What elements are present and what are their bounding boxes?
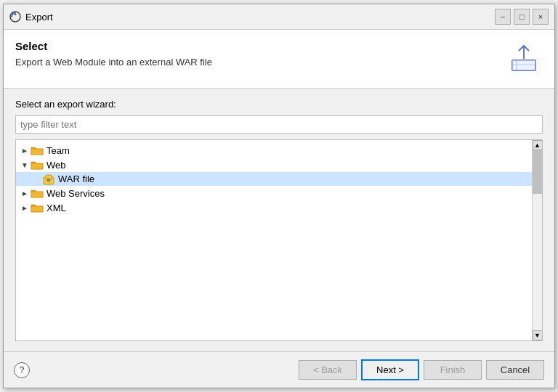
folder-icon: [31, 203, 44, 213]
close-button[interactable]: ×: [533, 9, 549, 25]
header-icon-box: [505, 40, 543, 78]
list-item[interactable]: WAR file: [16, 172, 532, 186]
maximize-button[interactable]: □: [514, 9, 530, 25]
cancel-button[interactable]: Cancel: [486, 360, 544, 380]
help-button[interactable]: ?: [14, 362, 30, 378]
wizard-label: Select an export wizard:: [15, 99, 543, 110]
item-label: Team: [46, 145, 70, 156]
filter-input[interactable]: [15, 115, 543, 134]
item-label: Web: [46, 160, 66, 171]
content-area: Select an export wizard: ► Team: [4, 89, 554, 351]
dialog-title: Export: [25, 12, 490, 23]
export-dialog: Export − □ × Select Export a Web Module …: [3, 4, 555, 388]
folder-icon: [31, 145, 44, 155]
back-button[interactable]: < Back: [299, 360, 357, 380]
item-label: WAR file: [58, 173, 94, 184]
header-section: Select Export a Web Module into an exter…: [4, 30, 554, 89]
item-label: XML: [46, 203, 66, 213]
tree-list: ► Team ▼: [16, 140, 532, 340]
header-text: Select Export a Web Module into an exter…: [15, 40, 212, 68]
export-icon: [508, 43, 540, 75]
list-item[interactable]: ► Web Services: [16, 186, 532, 200]
item-label: Web Services: [46, 188, 105, 199]
footer: ? < Back Next > Finish Cancel: [4, 352, 554, 388]
expand-icon[interactable]: ►: [19, 202, 31, 213]
scrollbar: ▲ ▼: [532, 140, 542, 340]
scroll-down-button[interactable]: ▼: [533, 330, 543, 340]
minimize-button[interactable]: −: [495, 9, 511, 25]
next-button[interactable]: Next >: [361, 359, 419, 380]
window-controls: − □ ×: [495, 9, 549, 25]
expand-icon[interactable]: ▼: [19, 159, 31, 171]
expand-icon[interactable]: ►: [19, 144, 31, 156]
list-item[interactable]: ► XML: [16, 200, 532, 215]
folder-icon: [31, 188, 44, 198]
expand-icon[interactable]: ►: [19, 187, 31, 199]
list-item[interactable]: ► Team: [16, 143, 532, 158]
scroll-thumb[interactable]: [533, 150, 542, 194]
list-item[interactable]: ▼ Web: [16, 158, 532, 172]
finish-button[interactable]: Finish: [424, 360, 482, 380]
page-title: Select: [15, 40, 212, 52]
war-file-icon: [42, 174, 55, 184]
svg-rect-9: [48, 180, 49, 182]
svg-rect-2: [512, 60, 535, 70]
title-bar: Export − □ ×: [4, 4, 554, 30]
page-description: Export a Web Module into an external WAR…: [15, 57, 212, 68]
tree-container: ► Team ▼: [15, 139, 543, 341]
scroll-track: [533, 150, 542, 330]
folder-icon: [31, 160, 44, 170]
dialog-icon: [9, 11, 21, 23]
scroll-up-button[interactable]: ▲: [533, 140, 543, 150]
